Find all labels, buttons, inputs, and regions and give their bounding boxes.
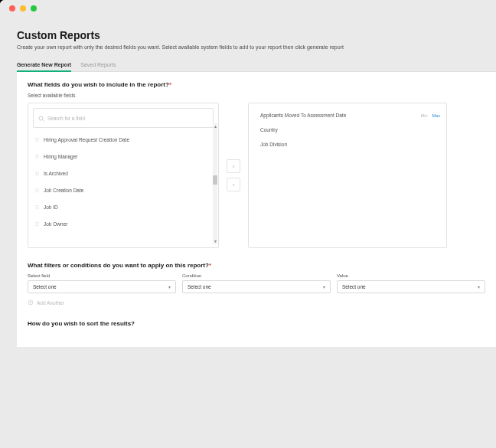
item-label: Country	[260, 127, 278, 132]
select-value: Select one	[33, 284, 57, 289]
svg-point-7	[38, 141, 38, 142]
item-label: Job Owner	[44, 221, 67, 227]
transfer-buttons: › ‹	[225, 103, 242, 248]
drag-icon	[34, 171, 40, 176]
list-item[interactable]: Applicants Moved To Assessment Date Min …	[255, 108, 440, 123]
svg-point-17	[38, 173, 38, 174]
tab-generate-new-report[interactable]: Generate New Report	[17, 59, 71, 71]
filter-field-column: Select field Select one ▾	[28, 273, 176, 293]
column-label: Condition	[182, 273, 331, 278]
move-left-button[interactable]: ‹	[227, 178, 240, 191]
scroll-down-icon[interactable]: ▾	[213, 238, 217, 244]
select-field-dropdown[interactable]: Select one ▾	[28, 280, 176, 293]
svg-point-21	[38, 188, 38, 189]
window-titlebar	[0, 0, 496, 17]
selected-fields-list: Applicants Moved To Assessment Date Min …	[248, 103, 447, 248]
svg-point-6	[35, 141, 36, 142]
svg-point-29	[38, 207, 38, 208]
svg-point-2	[35, 138, 36, 139]
svg-point-28	[35, 207, 36, 208]
drag-icon	[34, 221, 40, 227]
min-max-toggle: Min Max	[421, 113, 440, 118]
svg-point-27	[38, 205, 38, 206]
item-label: Hiring Approval Request Creation Date	[44, 137, 129, 142]
item-label: Job Creation Date	[44, 188, 83, 193]
field-search[interactable]	[33, 108, 214, 128]
svg-point-4	[35, 139, 36, 140]
list-item[interactable]: Hiring Manager	[33, 148, 214, 165]
list-item[interactable]: Hiring Approval Request Creation Date	[33, 131, 214, 148]
svg-point-3	[38, 138, 38, 139]
list-item[interactable]: Job Division	[255, 137, 440, 152]
filter-value-column: Value Select one ▾	[337, 273, 485, 293]
list-item[interactable]: Country	[255, 123, 440, 137]
item-label: Job Division	[260, 142, 287, 147]
svg-point-23	[38, 190, 38, 191]
list-item[interactable]: Job Creation Date	[33, 181, 214, 198]
drag-icon	[34, 204, 40, 210]
svg-point-14	[35, 172, 36, 172]
dual-list-container: Hiring Approval Request Creation Date Hi…	[28, 103, 485, 248]
svg-point-12	[35, 158, 36, 159]
fields-section-title: What fields do you wish to include in th…	[28, 81, 485, 88]
tab-label: Generate New Report	[17, 62, 71, 67]
item-label: Job ID	[44, 204, 58, 210]
list-item[interactable]: Job Owner	[33, 215, 214, 232]
tab-label: Saved Reports	[80, 62, 116, 67]
item-label: Applicants Moved To Assessment Date	[260, 113, 346, 118]
page-title: Custom Reports	[17, 29, 496, 41]
svg-point-10	[35, 156, 36, 157]
item-label: Hiring Manager	[44, 154, 77, 159]
page-content: Custom Reports Create your own report wi…	[0, 17, 496, 347]
svg-point-35	[38, 224, 38, 224]
svg-point-22	[35, 190, 36, 191]
min-link[interactable]: Min	[421, 113, 428, 118]
chevron-down-icon: ▾	[478, 284, 480, 289]
drag-icon	[34, 188, 40, 193]
close-window-icon[interactable]	[9, 5, 15, 11]
minimize-window-icon[interactable]	[20, 5, 26, 11]
list-item[interactable]: Job ID	[33, 198, 214, 215]
item-label: Is Archived	[44, 171, 68, 176]
svg-point-8	[35, 155, 36, 155]
chevron-down-icon: ▾	[323, 284, 325, 289]
svg-point-37	[38, 225, 38, 226]
svg-point-15	[38, 172, 38, 172]
svg-point-34	[35, 224, 36, 224]
column-label: Select field	[28, 273, 176, 278]
svg-point-5	[38, 139, 38, 140]
drag-icon	[34, 154, 40, 159]
scroll-up-icon[interactable]: ▴	[213, 123, 217, 129]
svg-point-24	[35, 191, 36, 192]
svg-point-32	[35, 222, 36, 223]
svg-point-11	[38, 156, 38, 157]
value-dropdown[interactable]: Select one ▾	[337, 280, 485, 293]
svg-point-18	[35, 175, 36, 175]
move-right-button[interactable]: ›	[227, 159, 240, 173]
svg-point-13	[38, 158, 38, 159]
column-label: Value	[337, 273, 485, 278]
app-window: Custom Reports Create your own report wi…	[0, 0, 496, 448]
svg-point-16	[35, 173, 36, 174]
svg-point-0	[39, 116, 43, 120]
svg-point-9	[38, 155, 38, 155]
tabs-bar: Generate New Report Saved Reports	[17, 59, 496, 72]
maximize-window-icon[interactable]	[31, 5, 37, 11]
scroll-thumb[interactable]	[213, 175, 217, 185]
add-another-button[interactable]: Add Another	[28, 299, 485, 306]
sort-section-title: How do you wish to sort the results?	[28, 320, 485, 327]
drag-icon	[34, 137, 40, 142]
search-icon	[38, 111, 44, 125]
plus-circle-icon	[28, 299, 34, 306]
tab-saved-reports[interactable]: Saved Reports	[80, 59, 116, 71]
max-link[interactable]: Max	[432, 113, 440, 118]
available-list-scroll[interactable]: Hiring Approval Request Creation Date Hi…	[33, 131, 214, 243]
svg-point-33	[38, 222, 38, 223]
condition-dropdown[interactable]: Select one ▾	[182, 280, 331, 293]
filters-section-title: What filters or conditions do you want t…	[28, 262, 485, 269]
list-item[interactable]: Is Archived	[33, 165, 214, 181]
select-value: Select one	[342, 284, 366, 289]
search-input[interactable]	[47, 116, 208, 121]
section-title-text: What filters or conditions do you want t…	[28, 262, 209, 269]
scrollbar[interactable]: ▴ ▾	[213, 123, 217, 244]
